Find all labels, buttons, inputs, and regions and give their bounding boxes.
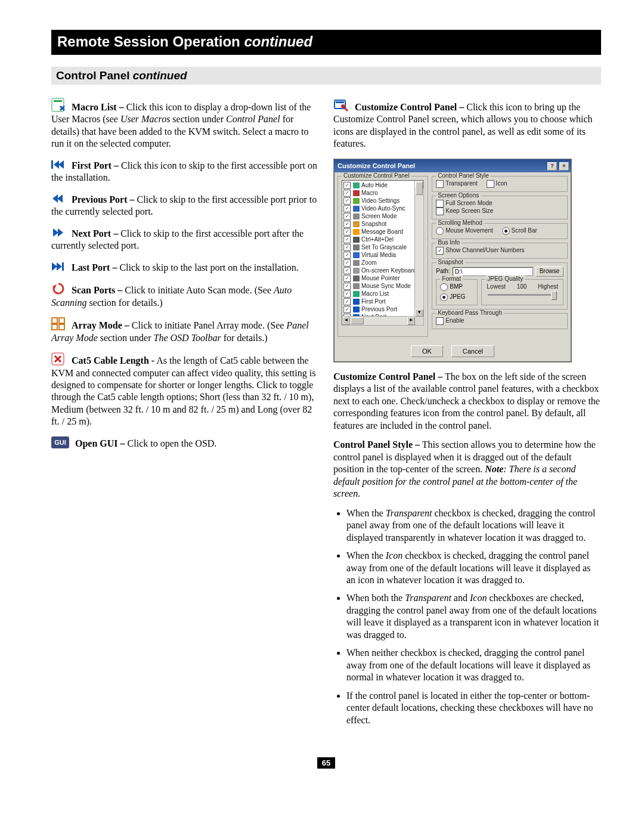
svg-rect-29 (353, 229, 360, 235)
close-icon[interactable]: × (559, 162, 569, 171)
svg-rect-25 (353, 198, 360, 204)
list-item[interactable]: ✓Mouse Pointer (343, 275, 422, 283)
left-column: Macro List – Click this icon to display … (51, 98, 319, 733)
feature-icon (352, 237, 360, 243)
feature-icon (352, 221, 360, 228)
feature-checkbox[interactable]: ✓ (343, 267, 351, 274)
bmp-radio[interactable] (440, 283, 448, 291)
list-item[interactable]: ✓On-screen Keyboard (343, 267, 422, 275)
list-item[interactable]: ✓Ctrl+Alt+Del (343, 236, 422, 244)
show-channel-checkbox[interactable]: ✓ (436, 247, 444, 255)
feature-label: Video Settings (361, 197, 400, 205)
feature-checkbox[interactable]: ✓ (343, 244, 351, 251)
feature-checkbox[interactable]: ✓ (343, 298, 351, 305)
horizontal-scrollbar[interactable]: ◄► (342, 316, 415, 325)
scan-ports-term: Scan Ports – (72, 285, 122, 295)
list-item[interactable]: ✓Auto Hide (343, 182, 422, 190)
svg-rect-23 (353, 182, 360, 188)
browse-button[interactable]: Browse (535, 267, 564, 277)
feature-icon (352, 291, 360, 298)
svg-rect-30 (353, 237, 360, 243)
kbpt-enable-checkbox[interactable] (436, 317, 444, 325)
feature-label: Mouse Sync Mode (361, 283, 411, 290)
svg-marker-9 (52, 262, 57, 271)
vertical-scrollbar[interactable]: ▲▼ (414, 181, 423, 317)
list-item[interactable]: ✓Macro (343, 190, 422, 197)
svg-marker-5 (52, 194, 58, 203)
svg-rect-27 (353, 213, 360, 219)
feature-checkbox[interactable]: ✓ (343, 283, 351, 290)
feature-checkbox[interactable]: ✓ (343, 190, 351, 197)
jpeg-quality-group-label: JPEG Quality (485, 275, 525, 283)
feature-checkbox[interactable]: ✓ (343, 197, 351, 205)
svg-rect-14 (59, 318, 64, 323)
keepsize-checkbox[interactable] (436, 208, 444, 215)
feature-checkbox[interactable]: ✓ (343, 259, 351, 267)
last-port-item: Last Port – Click to skip to the last po… (51, 261, 319, 274)
fullscreen-checkbox[interactable] (436, 200, 444, 208)
svg-rect-36 (353, 283, 360, 289)
list-item[interactable]: ✓First Port (343, 298, 422, 306)
scroll-bar-radio[interactable] (502, 227, 510, 235)
cancel-button[interactable]: Cancel (451, 345, 494, 357)
feature-label: Video Auto-Sync (361, 205, 405, 213)
feature-label: Macro (361, 190, 378, 197)
list-item[interactable]: ✓Macro List (343, 290, 422, 298)
snapshot-path-input[interactable] (453, 267, 533, 276)
feature-label: Ctrl+Alt+Del (361, 236, 394, 244)
customize-icon (333, 98, 349, 112)
customize-intro-term: Customize Control Panel – (355, 102, 464, 112)
feature-checkbox[interactable]: ✓ (343, 306, 351, 313)
list-item[interactable]: ✓Message Board (343, 228, 422, 236)
page-header: Remote Session Operation continued (51, 30, 601, 55)
page-header-title: Remote Session Operation (57, 33, 240, 49)
svg-rect-38 (353, 299, 360, 305)
feature-checkbox[interactable]: ✓ (343, 182, 351, 189)
jpeg-radio[interactable] (440, 293, 448, 301)
feature-checkbox[interactable]: ✓ (343, 236, 351, 243)
feature-checkbox[interactable]: ✓ (343, 221, 351, 228)
svg-rect-37 (353, 291, 360, 297)
feature-checkbox[interactable]: ✓ (343, 205, 351, 212)
feature-label: Auto Hide (361, 182, 388, 190)
help-icon[interactable]: ? (547, 162, 557, 171)
feature-icon (352, 213, 360, 220)
feature-checkbox[interactable]: ✓ (343, 228, 351, 236)
scan-ports-item: Scan Ports – Click to initiate Auto Scan… (51, 282, 319, 309)
last-port-term: Last Port – (72, 262, 117, 272)
mouse-movement-radio[interactable] (436, 227, 444, 235)
feature-listbox[interactable]: ✓Auto Hide✓Macro✓Video Settings✓Video Au… (342, 180, 424, 326)
page-number: 65 (51, 757, 601, 769)
ok-button[interactable]: OK (411, 345, 443, 357)
feature-checkbox[interactable]: ✓ (343, 290, 351, 298)
list-item[interactable]: ✓Virtual Media (343, 252, 422, 259)
transparent-checkbox[interactable] (436, 180, 444, 188)
feature-icon (352, 306, 360, 313)
feature-checkbox[interactable]: ✓ (343, 213, 351, 220)
first-port-icon (51, 159, 66, 171)
section-header-title: Control Panel (56, 69, 130, 82)
macro-list-term: Macro List – (72, 102, 124, 112)
list-item[interactable]: ✓Screen Mode (343, 213, 422, 221)
svg-rect-31 (353, 244, 360, 250)
feature-checkbox[interactable]: ✓ (343, 275, 351, 282)
next-port-term: Next Port – (72, 228, 118, 239)
feature-icon (352, 283, 360, 290)
list-item[interactable]: ✓Video Settings (343, 197, 422, 205)
list-item[interactable]: ✓Video Auto-Sync (343, 205, 422, 213)
svg-rect-32 (353, 252, 360, 258)
feature-checkbox[interactable]: ✓ (343, 252, 351, 259)
icon-checkbox[interactable] (487, 180, 494, 188)
feature-label: Previous Port (361, 306, 397, 314)
feature-icon (352, 260, 360, 267)
list-item[interactable]: ✓Snapshot (343, 221, 422, 228)
cat5-icon (51, 352, 66, 366)
list-item[interactable]: ✓Mouse Sync Mode (343, 283, 422, 290)
list-item[interactable]: ✓Previous Port (343, 306, 422, 314)
snapshot-group-label: Snapshot (436, 259, 465, 267)
jpeg-quality-slider[interactable] (488, 294, 557, 296)
feature-icon (352, 275, 360, 282)
open-gui-icon: GUI (51, 436, 69, 448)
list-item[interactable]: ✓Set To Grayscale (343, 244, 422, 252)
list-item[interactable]: ✓Zoom (343, 259, 422, 267)
